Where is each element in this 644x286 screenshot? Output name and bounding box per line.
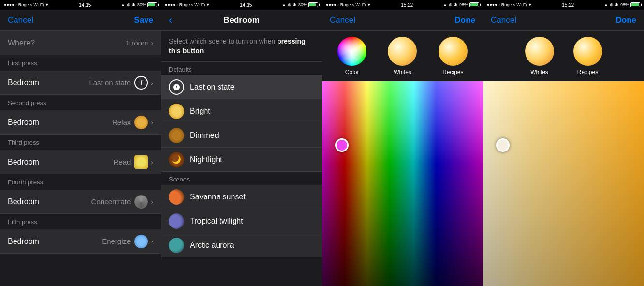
- arctic-label: Arctic aurora: [190, 241, 314, 250]
- tab-whites[interactable]: Whites: [388, 37, 417, 75]
- arctic-icon: [169, 238, 184, 253]
- second-press-chevron-icon: ›: [151, 119, 153, 126]
- panel-color-picker: ●●●●○ Rogers Wi-Fi ▼ 15:22 ▲⊕✱ 98% Cance…: [322, 0, 483, 286]
- panel-bedroom-picker: ●●●●○ Rogers Wi-Fi ▼ 14:15 ▲⊕✱ 80% ‹ Bed…: [161, 0, 322, 286]
- where-chevron-icon: ›: [151, 39, 153, 47]
- intro-text: Select which scene to turn on when press…: [169, 37, 306, 55]
- panel-whites-picker: ●●●●○ Rogers Wi-Fi ▼ 15:22 ▲⊕✱ 98% Cance…: [483, 0, 644, 286]
- bedroom-title: Bedroom: [223, 15, 260, 25]
- status-bar-3: ●●●●○ Rogers Wi-Fi ▼ 15:22 ▲⊕✱ 98%: [322, 0, 483, 10]
- carrier-3: ●●●●○ Rogers Wi-Fi ▼: [326, 2, 371, 7]
- bright-label: Bright: [190, 107, 314, 116]
- fifth-press-row[interactable]: Bedroom Energize ›: [0, 229, 161, 254]
- fifth-press-chevron-icon: ›: [151, 238, 153, 245]
- time-2: 14:15: [240, 2, 252, 8]
- tab-whites-2[interactable]: Whites: [525, 37, 554, 75]
- color-cancel-button[interactable]: Cancel: [330, 15, 355, 25]
- first-press-label: First press: [8, 60, 37, 67]
- third-press-room: Bedroom: [8, 158, 113, 166]
- carrier-1: ●●●●○ Rogers Wi-Fi ▼: [4, 2, 49, 7]
- tab-recipes-2-label: Recipes: [577, 69, 598, 75]
- third-press-label: Third press: [8, 139, 39, 146]
- scene-list: Defaults i Last on state Bright Dimmed 🌙…: [161, 62, 322, 286]
- dimmed-icon: [169, 128, 184, 143]
- arctic-row[interactable]: Arctic aurora: [161, 233, 322, 257]
- color-dot-indicator: [335, 138, 349, 152]
- bright-row[interactable]: Bright: [161, 99, 322, 123]
- nightlight-row[interactable]: 🌙 Nightlight: [161, 148, 322, 172]
- third-press-row[interactable]: Bedroom Read ›: [0, 150, 161, 174]
- savanna-icon: [169, 189, 184, 205]
- tab-whites-label: Whites: [394, 69, 411, 75]
- fifth-press-label: Fifth press: [8, 218, 37, 226]
- color-picker-tabs: Color Whites Recipes: [322, 31, 483, 81]
- tab-recipes-2[interactable]: Recipes: [573, 37, 602, 75]
- scenes-label: Scenes: [161, 172, 322, 185]
- whites-dot-indicator: [496, 138, 510, 152]
- icons-1: ▲⊕✱ 80%: [121, 2, 157, 7]
- carrier-4: ●●●●○ Rogers Wi-Fi ▼: [487, 2, 532, 7]
- color-picker-header: Cancel Done: [322, 10, 483, 31]
- recipes-circle-2-icon: [573, 37, 602, 66]
- first-press-room: Bedroom: [8, 78, 89, 87]
- second-press-divider: Second press: [0, 95, 161, 110]
- time-4: 15:22: [562, 2, 574, 8]
- first-press-chevron-icon: ›: [151, 79, 153, 87]
- first-press-row[interactable]: Bedroom Last on state i ›: [0, 71, 161, 95]
- whites-picker-header: Cancel Done: [483, 10, 644, 31]
- color-wheel-icon: [337, 37, 366, 66]
- tropical-label: Tropical twilight: [190, 217, 314, 226]
- relax-thumb-icon: [134, 116, 148, 129]
- color-done-button[interactable]: Done: [455, 15, 476, 25]
- last-on-state-icon: i: [169, 79, 184, 95]
- status-bar-4: ●●●●○ Rogers Wi-Fi ▼ 15:22 ▲⊕✱ 98%: [483, 0, 644, 10]
- tropical-icon: [169, 213, 184, 229]
- nightlight-label: Nightlight: [190, 155, 314, 164]
- third-press-scene: Read: [113, 158, 131, 166]
- dimmed-row[interactable]: Dimmed: [161, 123, 322, 148]
- tab-whites-2-label: Whites: [530, 69, 548, 75]
- savanna-row[interactable]: Savanna sunset: [161, 185, 322, 209]
- tab-recipes-label: Recipes: [442, 69, 463, 75]
- status-bar-2: ●●●●○ Rogers Wi-Fi ▼ 14:15 ▲⊕✱ 80%: [161, 0, 322, 10]
- first-press-icon: i: [134, 76, 148, 90]
- carrier-2: ●●●●○ Rogers Wi-Fi ▼: [165, 2, 210, 7]
- where-row[interactable]: Where? 1 room ›: [0, 31, 161, 55]
- second-press-row[interactable]: Bedroom Relax ›: [0, 110, 161, 135]
- tropical-row[interactable]: Tropical twilight: [161, 209, 322, 233]
- icons-2: ▲⊕✱ 80%: [282, 2, 318, 7]
- icons-4: ▲⊕✱ 98%: [604, 2, 640, 7]
- recipes-circle-icon: [439, 37, 468, 66]
- whites-picker-tabs: Whites Recipes: [483, 31, 644, 81]
- first-press-scene: Last on state: [89, 78, 131, 87]
- dimmed-label: Dimmed: [190, 131, 314, 140]
- panel1-header: Cancel Save: [0, 10, 161, 31]
- whites-picker-canvas[interactable]: [483, 81, 644, 286]
- panel-schedule: ●●●●○ Rogers Wi-Fi ▼ 14:15 ▲⊕✱ 80% Cance…: [0, 0, 161, 286]
- bright-icon: [169, 104, 184, 119]
- save-button[interactable]: Save: [134, 15, 153, 25]
- last-on-state-row[interactable]: i Last on state: [161, 75, 322, 99]
- back-button[interactable]: ‹: [169, 14, 172, 27]
- where-label: Where?: [8, 39, 126, 47]
- fifth-press-scene: Energize: [102, 237, 131, 245]
- tab-color-label: Color: [345, 69, 359, 75]
- status-bar-1: ●●●●○ Rogers Wi-Fi ▼ 14:15 ▲⊕✱ 80%: [0, 0, 161, 10]
- color-picker-canvas[interactable]: [322, 81, 483, 286]
- fourth-press-chevron-icon: ›: [151, 198, 153, 206]
- tab-color[interactable]: Color: [337, 37, 366, 75]
- fourth-press-row[interactable]: Bedroom Concentrate ›: [0, 190, 161, 214]
- whites-cancel-button[interactable]: Cancel: [491, 15, 516, 25]
- fifth-press-divider: Fifth press: [0, 214, 161, 229]
- last-on-state-label: Last on state: [190, 83, 314, 91]
- whites-circle-2-icon: [525, 37, 554, 66]
- energize-thumb-icon: [134, 235, 148, 248]
- tab-recipes[interactable]: Recipes: [439, 37, 468, 75]
- second-press-label: Second press: [8, 99, 46, 106]
- cancel-button[interactable]: Cancel: [8, 15, 33, 25]
- concentrate-thumb-icon: [134, 195, 148, 209]
- time-1: 14:15: [79, 2, 91, 8]
- defaults-label: Defaults: [161, 62, 322, 75]
- second-press-room: Bedroom: [8, 118, 112, 127]
- whites-done-button[interactable]: Done: [616, 15, 637, 25]
